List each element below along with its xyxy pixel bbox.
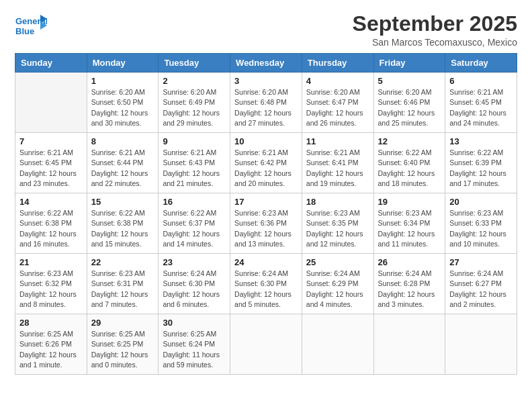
day-info: Sunrise: 6:20 AMSunset: 6:46 PMDaylight:… [378,87,441,128]
day-number: 14 [19,197,83,207]
day-info: Sunrise: 6:21 AMSunset: 6:45 PMDaylight:… [449,87,513,128]
day-info: Sunrise: 6:23 AMSunset: 6:35 PMDaylight:… [306,208,369,249]
calendar-cell: 19Sunrise: 6:23 AMSunset: 6:34 PMDayligh… [373,193,445,254]
title-block: September 2025 San Marcos Tecomaxusco, M… [353,12,517,48]
day-number: 28 [19,318,83,328]
calendar-cell: 20Sunrise: 6:23 AMSunset: 6:33 PMDayligh… [445,193,517,254]
weekday-header-saturday: Saturday [445,54,517,73]
calendar-cell: 26Sunrise: 6:24 AMSunset: 6:28 PMDayligh… [373,254,445,314]
calendar-cell: 1Sunrise: 6:20 AMSunset: 6:50 PMDaylight… [87,73,159,133]
week-row-2: 7Sunrise: 6:21 AMSunset: 6:45 PMDaylight… [15,133,517,193]
day-info: Sunrise: 6:22 AMSunset: 6:39 PMDaylight:… [449,148,513,189]
calendar-cell: 11Sunrise: 6:21 AMSunset: 6:41 PMDayligh… [302,133,373,193]
day-info: Sunrise: 6:21 AMSunset: 6:44 PMDaylight:… [91,148,154,189]
day-number: 29 [91,318,154,328]
day-number: 1 [91,76,154,86]
calendar-cell [230,314,302,375]
calendar-cell: 18Sunrise: 6:23 AMSunset: 6:35 PMDayligh… [302,193,373,254]
calendar-cell: 10Sunrise: 6:21 AMSunset: 6:42 PMDayligh… [230,133,302,193]
calendar-cell: 28Sunrise: 6:25 AMSunset: 6:26 PMDayligh… [15,314,87,375]
day-info: Sunrise: 6:21 AMSunset: 6:45 PMDaylight:… [19,148,83,189]
header: General Blue September 2025 San Marcos T… [15,12,517,48]
week-row-3: 14Sunrise: 6:22 AMSunset: 6:38 PMDayligh… [15,193,517,254]
day-info: Sunrise: 6:24 AMSunset: 6:30 PMDaylight:… [163,269,226,310]
day-number: 5 [378,76,441,86]
calendar-body: 1Sunrise: 6:20 AMSunset: 6:50 PMDaylight… [15,73,517,375]
calendar-cell: 8Sunrise: 6:21 AMSunset: 6:44 PMDaylight… [87,133,159,193]
calendar-cell [15,73,87,133]
day-number: 30 [163,318,226,328]
day-info: Sunrise: 6:24 AMSunset: 6:30 PMDaylight:… [234,269,298,310]
weekday-header-wednesday: Wednesday [230,54,302,73]
logo: General Blue [15,12,47,43]
day-info: Sunrise: 6:24 AMSunset: 6:28 PMDaylight:… [378,269,441,310]
calendar-cell: 30Sunrise: 6:25 AMSunset: 6:24 PMDayligh… [159,314,230,375]
day-info: Sunrise: 6:23 AMSunset: 6:31 PMDaylight:… [91,269,154,310]
day-number: 3 [234,76,298,86]
day-number: 26 [378,257,441,267]
day-info: Sunrise: 6:25 AMSunset: 6:25 PMDaylight:… [91,329,154,370]
day-info: Sunrise: 6:21 AMSunset: 6:41 PMDaylight:… [306,148,369,189]
calendar-cell: 13Sunrise: 6:22 AMSunset: 6:39 PMDayligh… [445,133,517,193]
day-number: 9 [163,136,226,146]
day-info: Sunrise: 6:23 AMSunset: 6:33 PMDaylight:… [449,208,513,249]
logo-icon: General Blue [15,12,47,40]
day-number: 8 [91,136,154,146]
calendar-cell: 29Sunrise: 6:25 AMSunset: 6:25 PMDayligh… [87,314,159,375]
calendar-cell: 12Sunrise: 6:22 AMSunset: 6:40 PMDayligh… [373,133,445,193]
day-number: 4 [306,76,369,86]
day-info: Sunrise: 6:22 AMSunset: 6:40 PMDaylight:… [378,148,441,189]
calendar-cell [302,314,373,375]
calendar-header: SundayMondayTuesdayWednesdayThursdayFrid… [15,54,517,73]
calendar-cell: 14Sunrise: 6:22 AMSunset: 6:38 PMDayligh… [15,193,87,254]
day-info: Sunrise: 6:21 AMSunset: 6:42 PMDaylight:… [234,148,298,189]
calendar-cell: 15Sunrise: 6:22 AMSunset: 6:38 PMDayligh… [87,193,159,254]
calendar-cell: 24Sunrise: 6:24 AMSunset: 6:30 PMDayligh… [230,254,302,314]
calendar-cell: 17Sunrise: 6:23 AMSunset: 6:36 PMDayligh… [230,193,302,254]
day-info: Sunrise: 6:20 AMSunset: 6:47 PMDaylight:… [306,87,369,128]
day-number: 22 [91,257,154,267]
day-number: 27 [449,257,513,267]
calendar-cell [445,314,517,375]
main-title: September 2025 [353,12,517,36]
day-number: 17 [234,197,298,207]
day-info: Sunrise: 6:22 AMSunset: 6:38 PMDaylight:… [19,208,83,249]
weekday-header-tuesday: Tuesday [159,54,230,73]
svg-text:Blue: Blue [15,26,34,36]
calendar-cell: 9Sunrise: 6:21 AMSunset: 6:43 PMDaylight… [159,133,230,193]
day-number: 21 [19,257,83,267]
calendar-cell: 22Sunrise: 6:23 AMSunset: 6:31 PMDayligh… [87,254,159,314]
day-info: Sunrise: 6:23 AMSunset: 6:34 PMDaylight:… [378,208,441,249]
calendar-cell: 5Sunrise: 6:20 AMSunset: 6:46 PMDaylight… [373,73,445,133]
day-number: 16 [163,197,226,207]
subtitle: San Marcos Tecomaxusco, Mexico [353,37,517,48]
day-info: Sunrise: 6:20 AMSunset: 6:50 PMDaylight:… [91,87,154,128]
day-info: Sunrise: 6:22 AMSunset: 6:38 PMDaylight:… [91,208,154,249]
calendar-cell: 27Sunrise: 6:24 AMSunset: 6:27 PMDayligh… [445,254,517,314]
day-number: 12 [378,136,441,146]
calendar-cell: 7Sunrise: 6:21 AMSunset: 6:45 PMDaylight… [15,133,87,193]
day-info: Sunrise: 6:24 AMSunset: 6:27 PMDaylight:… [449,269,513,310]
calendar-cell: 6Sunrise: 6:21 AMSunset: 6:45 PMDaylight… [445,73,517,133]
day-number: 7 [19,136,83,146]
week-row-1: 1Sunrise: 6:20 AMSunset: 6:50 PMDaylight… [15,73,517,133]
day-number: 10 [234,136,298,146]
day-number: 15 [91,197,154,207]
day-info: Sunrise: 6:21 AMSunset: 6:43 PMDaylight:… [163,148,226,189]
day-info: Sunrise: 6:20 AMSunset: 6:49 PMDaylight:… [163,87,226,128]
weekday-header-sunday: Sunday [15,54,87,73]
calendar-cell: 25Sunrise: 6:24 AMSunset: 6:29 PMDayligh… [302,254,373,314]
day-number: 6 [449,76,513,86]
weekday-header-monday: Monday [87,54,159,73]
day-info: Sunrise: 6:20 AMSunset: 6:48 PMDaylight:… [234,87,298,128]
day-info: Sunrise: 6:23 AMSunset: 6:36 PMDaylight:… [234,208,298,249]
weekday-header-thursday: Thursday [302,54,373,73]
calendar-cell: 4Sunrise: 6:20 AMSunset: 6:47 PMDaylight… [302,73,373,133]
calendar-cell: 23Sunrise: 6:24 AMSunset: 6:30 PMDayligh… [159,254,230,314]
calendar-table: SundayMondayTuesdayWednesdayThursdayFrid… [15,53,517,375]
day-info: Sunrise: 6:23 AMSunset: 6:32 PMDaylight:… [19,269,83,310]
calendar-cell: 3Sunrise: 6:20 AMSunset: 6:48 PMDaylight… [230,73,302,133]
day-number: 24 [234,257,298,267]
calendar-cell: 16Sunrise: 6:22 AMSunset: 6:37 PMDayligh… [159,193,230,254]
week-row-5: 28Sunrise: 6:25 AMSunset: 6:26 PMDayligh… [15,314,517,375]
